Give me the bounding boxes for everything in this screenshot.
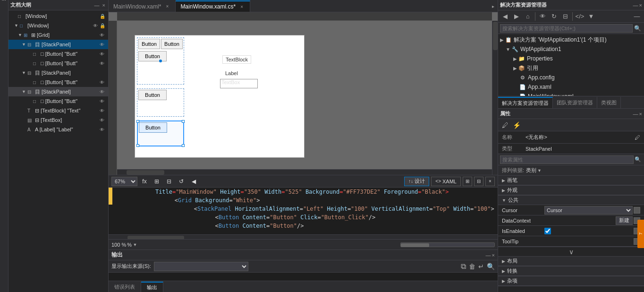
prop-section-transform-header[interactable]: ▶ 转换: [498, 266, 644, 276]
toolbar-formula-btn[interactable]: fx: [139, 176, 150, 187]
tab-cs[interactable]: MainWindow.xaml.cs* ×: [176, 0, 250, 12]
wpf-btn-4[interactable]: Button: [138, 90, 167, 100]
prop-more-arrow-row[interactable]: ∨: [498, 247, 644, 257]
outline-item-grid[interactable]: ▼ ⊞ ⊞ [Grid] 👁: [8, 30, 108, 40]
se-search-btn[interactable]: 🔍: [633, 24, 642, 33]
wpf-stackpanel-3[interactable]: Button: [137, 120, 184, 146]
tab-xaml[interactable]: MainWindow.xaml* ×: [109, 0, 176, 12]
outline-item-stackpanel-3[interactable]: ▼ ⊟ 目 [StackPanel] 👁: [8, 87, 108, 96]
wpf-btn-5[interactable]: Button: [139, 122, 167, 133]
outline-item-textblock[interactable]: T ⊟ [TextBlock] "Text" 👁: [8, 106, 108, 115]
se-home-btn[interactable]: ⌂: [523, 11, 533, 22]
prop-section-appearance-header[interactable]: ▶ 外观: [498, 186, 644, 195]
toolbar-reset-btn[interactable]: ↺: [176, 176, 186, 187]
mode-close-btn[interactable]: ×: [485, 177, 495, 186]
se-forward-btn[interactable]: ▶: [511, 11, 522, 22]
outline-item-window-root[interactable]: □ [Window] 🔒: [8, 11, 108, 21]
wpf-textbox-el[interactable]: TextBox: [220, 79, 258, 88]
output-clear-btn[interactable]: 🗑: [469, 263, 475, 270]
se-item-mainwindow[interactable]: 📄 MainWindow.xaml: [498, 92, 644, 96]
se-props-btn[interactable]: </>: [575, 11, 585, 22]
prop-icon-tb[interactable]: 🖊: [500, 120, 510, 130]
wpf-btn-2[interactable]: Button: [161, 39, 183, 49]
mode-design-btn[interactable]: ↑↓ 设计: [404, 177, 429, 186]
outline-item-textbox[interactable]: ▤ ⊟ [TextBox] 👁: [8, 115, 108, 125]
se-tab-class[interactable]: 类视图: [597, 97, 621, 108]
se-close-btn[interactable]: ×: [639, 2, 642, 8]
se-tab-team[interactable]: 团队资源管理器: [553, 97, 597, 108]
mode-split-btn1[interactable]: ⊞: [463, 177, 472, 186]
xaml-code-content[interactable]: Title="MainWindow" Height="350" Width="5…: [109, 188, 498, 234]
wpf-canvas[interactable]: Button Button Button Button: [135, 35, 305, 158]
outline-item-btn2[interactable]: □ □ [Button] "Butt" 👁: [8, 59, 108, 68]
prop-name-edit-btn[interactable]: 🖊: [635, 134, 640, 141]
outline-item-btn1[interactable]: □ □ [Button] "Butt" 👁: [8, 49, 108, 59]
prop-search-btn[interactable]: 🔍: [634, 155, 642, 164]
mode-split-btn2[interactable]: ⊟: [474, 177, 483, 186]
se-close2-btn[interactable]: —: [632, 11, 642, 22]
se-pin-btn[interactable]: —: [633, 2, 638, 8]
tab-cs-close[interactable]: ×: [238, 3, 245, 10]
se-back-btn[interactable]: ◀: [500, 11, 510, 22]
output-wrap-btn[interactable]: ↵: [478, 263, 484, 270]
output-find-btn[interactable]: 🔍: [487, 263, 495, 270]
wpf-stackpanel-2[interactable]: Button: [137, 88, 184, 117]
outline-item-stackpanel-1[interactable]: ▼ ⊟ 目 [StackPanel] 👁: [8, 40, 108, 49]
se-item-appxaml[interactable]: 📄 App.xaml: [498, 82, 644, 92]
prop-section-misc-header[interactable]: ▶ 杂项: [498, 276, 644, 286]
prop-pin-btn[interactable]: —: [633, 111, 638, 117]
prop-cursor-square-btn[interactable]: [634, 207, 640, 214]
outline-pin-btn[interactable]: —: [93, 2, 101, 8]
xaml-hscroll[interactable]: [109, 234, 498, 239]
wpf-stackpanel-1[interactable]: Button Button Button: [137, 37, 184, 85]
se-search-input[interactable]: [500, 24, 633, 33]
outline-item-btn4[interactable]: □ □ [Button] "Butt" 👁: [8, 96, 108, 106]
se-refresh-btn[interactable]: ↻: [549, 11, 559, 22]
outline-item-label[interactable]: A A [Label] "Label" 👁: [8, 125, 108, 134]
output-close-btn[interactable]: ×: [492, 252, 495, 258]
zoom-select[interactable]: 67%: [111, 177, 137, 186]
se-item-properties[interactable]: ▶ 📁 Properties: [498, 54, 644, 63]
toolbar-grid-btn[interactable]: ⊞: [152, 176, 162, 187]
output-tab-output[interactable]: 输出: [141, 282, 163, 292]
wpf-btn-3[interactable]: Button: [138, 51, 167, 61]
se-item-project[interactable]: ▼ 🔧 WpfApplication1: [498, 44, 644, 54]
zoom-footer-dropdown[interactable]: ▼: [132, 241, 138, 248]
se-filter-btn[interactable]: ▼: [586, 11, 596, 22]
outline-item-stackpanel-2[interactable]: ▼ ⊟ 目 [StackPanel]: [8, 68, 108, 77]
outline-close-btn[interactable]: ×: [102, 2, 106, 8]
mode-xaml-btn[interactable]: <> XAML: [431, 177, 461, 186]
se-tab-solution[interactable]: 解决方案资源管理器: [498, 97, 553, 108]
vtab-outline[interactable]: 文档大纲: [0, 2, 8, 8]
se-item-appconfig[interactable]: ⚙ App.config: [498, 73, 644, 82]
prop-cursor-select[interactable]: Cursor: [544, 206, 633, 215]
toolbar-left-btn[interactable]: ◀: [188, 176, 199, 187]
se-item-references[interactable]: ▶ 📦 引用: [498, 63, 644, 73]
prop-section-common: ▼ 公共 Cursor Cursor: [498, 196, 644, 247]
wpf-btn-1[interactable]: Button: [138, 39, 160, 49]
designer-vscroll[interactable]: [492, 21, 498, 175]
output-source-select[interactable]: [154, 262, 248, 271]
se-show-all-btn[interactable]: 👁: [537, 11, 548, 22]
toolbar-snap-btn[interactable]: ⊟: [164, 176, 174, 187]
designer-hscroll[interactable]: [117, 169, 492, 175]
footer-hscroll[interactable]: [400, 242, 495, 247]
outline-label-sp2: 目 [StackPanel]: [35, 69, 106, 77]
prop-section-brushes-header[interactable]: ▶ 画笔: [498, 176, 644, 185]
prop-close-btn[interactable]: ×: [639, 111, 642, 117]
prop-section-layout-header[interactable]: ▶ 布局: [498, 257, 644, 266]
tab-xaml-close[interactable]: ×: [164, 3, 170, 10]
tab-scroll-right[interactable]: ▸: [488, 0, 498, 12]
se-item-solution[interactable]: ▶ 📋 解决方案 'WpfApplication1'(1 个项目): [498, 35, 644, 44]
output-tab-errors[interactable]: 错误列表: [109, 282, 141, 292]
prop-isenabled-checkbox[interactable]: [544, 228, 551, 234]
prop-new-btn[interactable]: 新建: [616, 216, 633, 225]
prop-section-common-header[interactable]: ▼ 公共: [498, 196, 644, 205]
output-pin-btn[interactable]: —: [486, 252, 491, 258]
output-copy-btn[interactable]: ⧉: [461, 262, 466, 271]
outline-item-btn3[interactable]: □ □ [Button] "Butt" 👁: [8, 77, 108, 87]
se-collapse-btn[interactable]: ⊟: [560, 11, 570, 22]
prop-search-input[interactable]: [500, 155, 634, 164]
outline-item-window[interactable]: ▼ □ [Window] 👁 🔒: [8, 21, 108, 30]
prop-icon-lightning[interactable]: ⚡: [511, 120, 522, 130]
